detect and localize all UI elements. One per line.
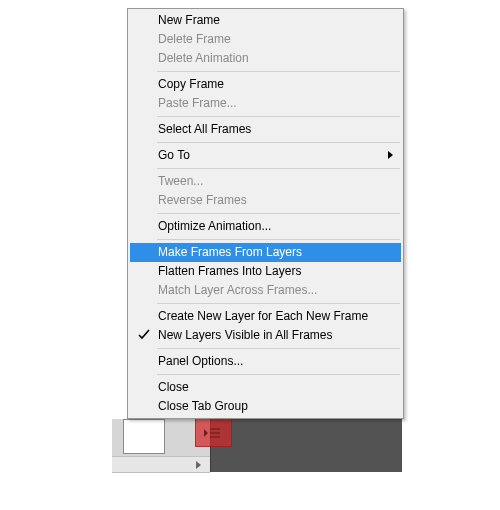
menu-item-label: Flatten Frames Into Layers	[158, 264, 301, 278]
menu-item-delete-frame: Delete Frame	[130, 30, 401, 49]
menu-item-paste-frame: Paste Frame...	[130, 94, 401, 113]
menu-item-label: Delete Animation	[158, 51, 249, 65]
menu-item-select-all-frames[interactable]: Select All Frames	[130, 120, 401, 139]
menu-item-new-frame[interactable]: New Frame	[130, 11, 401, 30]
menu-item-label: Go To	[158, 148, 190, 162]
submenu-arrow-icon	[388, 151, 393, 159]
menu-separator	[157, 142, 400, 143]
check-icon	[138, 328, 152, 342]
frame-thumbnail[interactable]	[123, 419, 165, 454]
menu-item-close[interactable]: Close	[130, 378, 401, 397]
menu-separator	[157, 213, 400, 214]
scroll-right-icon	[196, 461, 201, 469]
menu-item-label: Panel Options...	[158, 354, 243, 368]
menu-item-label: Close Tab Group	[158, 399, 248, 413]
menu-item-label: Select All Frames	[158, 122, 251, 136]
menu-item-label: Reverse Frames	[158, 193, 247, 207]
menu-item-optimize-animation[interactable]: Optimize Animation...	[130, 217, 401, 236]
menu-separator	[157, 348, 400, 349]
menu-item-label: Make Frames From Layers	[158, 245, 302, 259]
panel-scroll-row[interactable]	[112, 456, 210, 473]
menu-separator	[157, 71, 400, 72]
menu-item-delete-animation: Delete Animation	[130, 49, 401, 68]
menu-item-label: New Layers Visible in All Frames	[158, 328, 333, 342]
svg-marker-3	[204, 429, 208, 437]
panel-menu-icon	[204, 427, 222, 439]
menu-item-label: Optimize Animation...	[158, 219, 271, 233]
menu-item-match-layer-across-frames: Match Layer Across Frames...	[130, 281, 401, 300]
menu-item-label: Create New Layer for Each New Frame	[158, 309, 368, 323]
menu-item-go-to[interactable]: Go To	[130, 146, 401, 165]
menu-separator	[157, 374, 400, 375]
panel-menu-button[interactable]	[195, 418, 232, 447]
menu-separator	[157, 303, 400, 304]
menu-item-reverse-frames: Reverse Frames	[130, 191, 401, 210]
menu-item-label: New Frame	[158, 13, 220, 27]
menu-item-new-layers-visible-in-all-frames[interactable]: New Layers Visible in All Frames	[130, 326, 401, 345]
menu-separator	[157, 239, 400, 240]
menu-item-tween: Tween...	[130, 172, 401, 191]
menu-item-label: Copy Frame	[158, 77, 224, 91]
menu-item-flatten-frames-into-layers[interactable]: Flatten Frames Into Layers	[130, 262, 401, 281]
menu-item-create-new-layer-for-each-new-frame[interactable]: Create New Layer for Each New Frame	[130, 307, 401, 326]
menu-item-panel-options[interactable]: Panel Options...	[130, 352, 401, 371]
menu-item-make-frames-from-layers[interactable]: Make Frames From Layers	[130, 243, 401, 262]
menu-separator	[157, 168, 400, 169]
menu-item-label: Match Layer Across Frames...	[158, 283, 317, 297]
menu-item-label: Delete Frame	[158, 32, 231, 46]
menu-item-close-tab-group[interactable]: Close Tab Group	[130, 397, 401, 416]
menu-separator	[157, 116, 400, 117]
menu-item-label: Close	[158, 380, 189, 394]
menu-item-label: Paste Frame...	[158, 96, 237, 110]
menu-item-label: Tween...	[158, 174, 203, 188]
panel-context-menu[interactable]: New FrameDelete FrameDelete AnimationCop…	[127, 8, 404, 419]
menu-item-copy-frame[interactable]: Copy Frame	[130, 75, 401, 94]
